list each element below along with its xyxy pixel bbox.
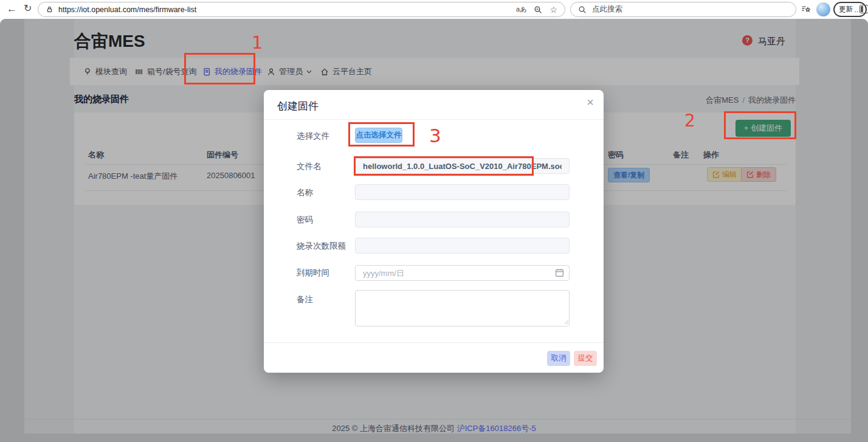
label-file-select: 选择文件 — [297, 131, 329, 142]
back-icon[interactable]: ← — [7, 4, 17, 14]
zoom-out-icon[interactable] — [534, 5, 542, 14]
browser-search-box[interactable]: 点此搜索 — [570, 2, 796, 17]
search-placeholder: 点此搜索 — [592, 4, 622, 15]
label-burn-limit: 烧录次数限额 — [297, 241, 346, 252]
collections-icon[interactable] — [801, 5, 811, 14]
browser-profile-avatar[interactable] — [816, 2, 830, 16]
create-firmware-modal: 创建固件 × 选择文件 点击选择文件 文件名 名称 密码 烧录次数限额 到期时间… — [264, 90, 604, 373]
close-icon[interactable]: × — [587, 96, 594, 108]
burn-limit-input[interactable] — [355, 238, 570, 254]
refresh-icon[interactable]: ↻ — [24, 4, 32, 13]
label-password: 密码 — [297, 215, 313, 226]
submit-button[interactable]: 提交 — [574, 351, 597, 366]
file-name-input[interactable] — [355, 158, 570, 174]
url-text: https://iot.openluat.com/mes/firmware-li… — [58, 5, 516, 14]
remark-textarea[interactable] — [355, 290, 570, 326]
password-input[interactable] — [355, 212, 570, 227]
update-label: 更新 — [839, 5, 853, 14]
choose-file-button[interactable]: 点击选择文件 — [355, 128, 402, 143]
translate-icon[interactable]: aあ — [516, 5, 526, 14]
address-bar[interactable]: https://iot.openluat.com/mes/firmware-li… — [38, 2, 565, 17]
resize-handle[interactable] — [564, 320, 569, 325]
label-name: 名称 — [297, 187, 313, 198]
favorite-star-icon[interactable]: ☆ — [549, 5, 557, 14]
label-remark: 备注 — [297, 294, 313, 305]
label-file-name: 文件名 — [297, 161, 322, 172]
browser-sidebar-icon[interactable] — [859, 5, 868, 13]
calendar-icon[interactable] — [555, 268, 564, 277]
label-expire-date: 到期时间 — [297, 268, 329, 278]
lock-icon[interactable] — [46, 5, 53, 13]
expire-date-input[interactable] — [355, 265, 570, 281]
browser-toolbar: ← ↻ https://iot.openluat.com/mes/firmwar… — [0, 0, 868, 19]
name-input[interactable] — [355, 184, 570, 200]
search-icon — [578, 5, 587, 14]
cancel-button[interactable]: 取消 — [547, 351, 570, 366]
screen: ← ↻ https://iot.openluat.com/mes/firmwar… — [0, 0, 868, 442]
modal-title: 创建固件 — [277, 99, 319, 113]
